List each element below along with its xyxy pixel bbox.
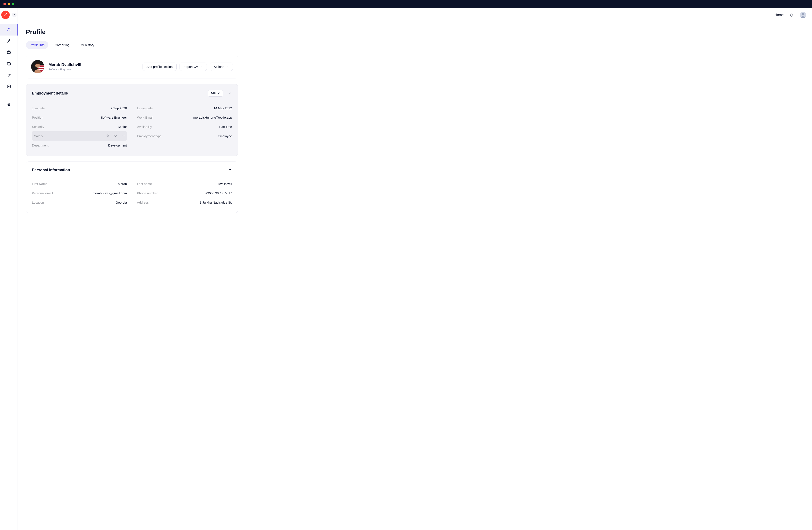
svg-point-12 — [9, 64, 10, 64]
edit-employment-button[interactable]: Edit — [208, 90, 223, 97]
detail-row-salary: Salary — [32, 131, 127, 141]
section-title: Employment details — [32, 91, 68, 95]
copy-salary-button[interactable] — [106, 134, 110, 138]
sidebar-item-calendar[interactable] — [0, 58, 17, 70]
section-title: Personal information — [32, 168, 70, 172]
current-user-avatar[interactable] — [800, 12, 806, 18]
field-label: Personal email — [32, 191, 53, 195]
detail-row-last-name: Last name Dvalishvili — [137, 179, 232, 188]
field-label: Phone number — [137, 191, 158, 195]
home-link[interactable]: Home — [774, 13, 784, 17]
field-value: Dvalishvili — [218, 182, 232, 186]
field-value: Senior — [118, 125, 127, 129]
chevron-up-icon — [228, 168, 232, 172]
svg-point-34 — [124, 135, 124, 136]
chart-icon — [6, 84, 11, 90]
collapse-personal-button[interactable] — [228, 168, 232, 172]
chevron-up-icon — [228, 91, 232, 95]
svg-point-32 — [122, 135, 122, 136]
more-horizontal-icon — [121, 134, 125, 137]
sidebar-item-discover[interactable] — [0, 35, 17, 47]
svg-line-31 — [117, 136, 117, 136]
eye-closed-icon — [113, 134, 118, 137]
field-label: Location — [32, 201, 44, 204]
salary-more-button[interactable] — [121, 134, 125, 138]
field-value: merab_dval@gmail.com — [92, 191, 127, 195]
field-label: Leave date — [137, 106, 153, 110]
field-label: Employment type — [137, 134, 162, 138]
add-profile-section-button[interactable]: Add profile section — [143, 62, 177, 71]
button-label: Add profile section — [147, 65, 173, 69]
field-label: Position — [32, 116, 43, 119]
tab-cv-history[interactable]: CV history — [76, 41, 98, 49]
profile-name: Merab Dvalishvili — [48, 62, 81, 67]
field-value: Employee — [218, 134, 232, 138]
field-value: Merab — [118, 182, 127, 186]
collapse-employment-button[interactable] — [228, 91, 232, 96]
page-title: Profile — [26, 28, 238, 35]
svg-point-3 — [8, 28, 10, 29]
detail-row-address: Address 1 Jurkha Nadiradze St. — [137, 198, 232, 207]
chevron-down-icon — [226, 65, 229, 68]
sidebar-item-profile[interactable] — [0, 24, 17, 35]
svg-line-29 — [114, 136, 114, 136]
field-value: Part time — [219, 125, 232, 129]
employment-details-section: Employment details Edit — [26, 84, 238, 156]
field-label: Last name — [137, 182, 152, 186]
detail-row-department: Department Development — [32, 141, 127, 150]
sidebar-item-analytics[interactable]: ▾ — [0, 81, 17, 93]
calendar-icon — [6, 61, 11, 67]
field-value: 14 May 2022 — [214, 106, 232, 110]
field-label: Work Email — [137, 116, 153, 119]
detail-row-first-name: First Name Merab — [32, 179, 127, 188]
sidebar-item-briefcase[interactable] — [0, 47, 17, 58]
hide-salary-button[interactable] — [113, 134, 118, 138]
detail-row-location: Location Georgia — [32, 198, 127, 207]
window-titlebar — [0, 0, 812, 8]
sidebar-expand-button[interactable] — [12, 13, 16, 17]
field-label: Seniority — [32, 125, 44, 129]
profile-avatar — [31, 60, 44, 73]
svg-rect-27 — [107, 135, 109, 136]
field-value: 1 Jurkha Nadiradze St. — [200, 201, 232, 204]
window-zoom-button[interactable] — [12, 3, 14, 5]
tab-career-log[interactable]: Career log — [51, 41, 73, 49]
personal-information-section: Personal information First Name Merab — [26, 162, 238, 213]
profile-role: Software Engineer — [48, 68, 81, 71]
copy-icon — [106, 134, 110, 137]
actions-button[interactable]: Actions — [210, 62, 233, 71]
export-cv-button[interactable]: Export CV — [179, 62, 207, 71]
field-value: 2 Sep 2020 — [111, 106, 127, 110]
svg-point-33 — [123, 135, 124, 136]
window-close-button[interactable] — [3, 3, 6, 5]
svg-rect-28 — [107, 135, 108, 136]
svg-line-5 — [9, 41, 9, 43]
detail-row-phone: Phone number +995 598 47 77 17 — [137, 188, 232, 198]
pencil-icon — [217, 92, 220, 95]
briefcase-icon — [6, 50, 11, 55]
sidebar-divider — [5, 96, 12, 96]
user-icon — [6, 27, 11, 32]
tab-profile-info[interactable]: Profile info — [26, 41, 48, 49]
button-label: Edit — [211, 92, 216, 95]
svg-point-2 — [4, 13, 4, 13]
field-value: Georgia — [116, 201, 127, 204]
sidebar-item-ideas[interactable] — [0, 70, 17, 81]
chevron-down-icon: ▾ — [14, 86, 15, 88]
detail-row-work-email: Work Email merabIsHungry@toolie.app — [137, 113, 232, 122]
app-logo[interactable] — [1, 11, 10, 19]
detail-row-position: Position Software Engineer — [32, 113, 127, 122]
field-value: +995 598 47 77 17 — [205, 191, 232, 195]
svg-point-20 — [802, 13, 804, 15]
field-value: merabIsHungry@toolie.app — [193, 116, 232, 119]
sidebar-item-settings[interactable] — [0, 100, 17, 111]
gear-icon — [6, 103, 11, 108]
profile-header-card: Merab Dvalishvili Software Engineer Add … — [26, 55, 238, 78]
notifications-button[interactable] — [789, 13, 794, 17]
detail-row-seniority: Seniority Senior — [32, 122, 127, 131]
field-label: First Name — [32, 182, 47, 186]
detail-row-employment-type: Employment type Employee — [137, 131, 232, 141]
svg-point-11 — [9, 64, 9, 64]
detail-row-availability: Availability Part time — [137, 122, 232, 131]
window-minimize-button[interactable] — [8, 3, 10, 5]
